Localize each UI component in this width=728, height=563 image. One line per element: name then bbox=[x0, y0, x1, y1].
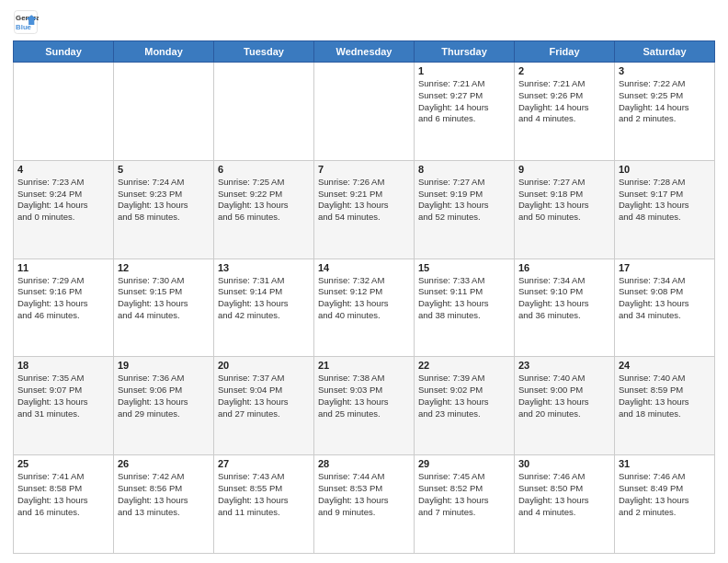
day-cell bbox=[114, 63, 214, 161]
day-cell: 11Sunrise: 7:29 AM Sunset: 9:16 PM Dayli… bbox=[14, 259, 114, 357]
day-cell: 1Sunrise: 7:21 AM Sunset: 9:27 PM Daylig… bbox=[415, 63, 515, 161]
day-cell: 6Sunrise: 7:25 AM Sunset: 9:22 PM Daylig… bbox=[214, 160, 314, 259]
day-number: 16 bbox=[518, 262, 610, 273]
day-number: 24 bbox=[619, 360, 711, 371]
day-info: Sunrise: 7:29 AM Sunset: 9:16 PM Dayligh… bbox=[17, 275, 109, 322]
day-cell: 3Sunrise: 7:22 AM Sunset: 9:25 PM Daylig… bbox=[615, 63, 715, 161]
page: General Blue SundayMondayTuesdayWednesda… bbox=[0, 0, 728, 563]
day-info: Sunrise: 7:22 AM Sunset: 9:25 PM Dayligh… bbox=[619, 78, 711, 125]
day-info: Sunrise: 7:42 AM Sunset: 8:56 PM Dayligh… bbox=[118, 471, 210, 518]
day-cell bbox=[214, 63, 314, 161]
day-info: Sunrise: 7:27 AM Sunset: 9:19 PM Dayligh… bbox=[418, 177, 510, 224]
day-cell: 30Sunrise: 7:46 AM Sunset: 8:50 PM Dayli… bbox=[515, 455, 615, 554]
logo: General Blue bbox=[13, 9, 42, 35]
week-row-2: 4Sunrise: 7:23 AM Sunset: 9:24 PM Daylig… bbox=[14, 160, 715, 259]
calendar: SundayMondayTuesdayWednesdayThursdayFrid… bbox=[13, 40, 715, 554]
day-cell: 27Sunrise: 7:43 AM Sunset: 8:55 PM Dayli… bbox=[214, 455, 314, 554]
day-info: Sunrise: 7:41 AM Sunset: 8:58 PM Dayligh… bbox=[17, 471, 109, 518]
day-cell: 2Sunrise: 7:21 AM Sunset: 9:26 PM Daylig… bbox=[515, 63, 615, 161]
day-number: 3 bbox=[619, 65, 711, 76]
day-number: 12 bbox=[118, 262, 210, 273]
weekday-header-friday: Friday bbox=[515, 41, 615, 63]
day-cell: 9Sunrise: 7:27 AM Sunset: 9:18 PM Daylig… bbox=[515, 160, 615, 259]
day-number: 15 bbox=[418, 262, 510, 273]
day-info: Sunrise: 7:39 AM Sunset: 9:02 PM Dayligh… bbox=[418, 373, 510, 419]
day-info: Sunrise: 7:38 AM Sunset: 9:03 PM Dayligh… bbox=[318, 373, 410, 419]
day-number: 11 bbox=[17, 262, 109, 273]
day-number: 8 bbox=[418, 164, 510, 175]
day-cell: 26Sunrise: 7:42 AM Sunset: 8:56 PM Dayli… bbox=[114, 455, 214, 554]
day-number: 9 bbox=[518, 164, 610, 175]
day-info: Sunrise: 7:28 AM Sunset: 9:17 PM Dayligh… bbox=[619, 177, 711, 224]
day-number: 29 bbox=[418, 458, 510, 469]
day-number: 1 bbox=[418, 65, 510, 76]
day-info: Sunrise: 7:21 AM Sunset: 9:27 PM Dayligh… bbox=[418, 78, 510, 125]
day-info: Sunrise: 7:30 AM Sunset: 9:15 PM Dayligh… bbox=[118, 275, 210, 322]
day-cell: 16Sunrise: 7:34 AM Sunset: 9:10 PM Dayli… bbox=[515, 259, 615, 357]
day-number: 5 bbox=[118, 164, 210, 175]
day-number: 10 bbox=[619, 164, 711, 175]
day-number: 22 bbox=[418, 360, 510, 371]
day-cell bbox=[14, 63, 114, 161]
weekday-header-monday: Monday bbox=[114, 41, 214, 63]
day-info: Sunrise: 7:26 AM Sunset: 9:21 PM Dayligh… bbox=[318, 177, 410, 224]
day-cell: 22Sunrise: 7:39 AM Sunset: 9:02 PM Dayli… bbox=[415, 357, 515, 455]
week-row-4: 18Sunrise: 7:35 AM Sunset: 9:07 PM Dayli… bbox=[14, 357, 715, 455]
day-cell: 4Sunrise: 7:23 AM Sunset: 9:24 PM Daylig… bbox=[14, 160, 114, 259]
day-info: Sunrise: 7:34 AM Sunset: 9:10 PM Dayligh… bbox=[518, 275, 610, 322]
day-number: 13 bbox=[218, 262, 310, 273]
day-cell: 14Sunrise: 7:32 AM Sunset: 9:12 PM Dayli… bbox=[314, 259, 415, 357]
day-number: 6 bbox=[218, 164, 310, 175]
day-cell: 7Sunrise: 7:26 AM Sunset: 9:21 PM Daylig… bbox=[314, 160, 415, 259]
day-number: 7 bbox=[318, 164, 410, 175]
day-number: 4 bbox=[17, 164, 109, 175]
day-number: 30 bbox=[518, 458, 610, 469]
weekday-header-wednesday: Wednesday bbox=[314, 41, 415, 63]
day-number: 14 bbox=[318, 262, 410, 273]
day-cell: 23Sunrise: 7:40 AM Sunset: 9:00 PM Dayli… bbox=[515, 357, 615, 455]
day-cell: 28Sunrise: 7:44 AM Sunset: 8:53 PM Dayli… bbox=[314, 455, 415, 554]
weekday-header-tuesday: Tuesday bbox=[214, 41, 314, 63]
day-cell: 17Sunrise: 7:34 AM Sunset: 9:08 PM Dayli… bbox=[615, 259, 715, 357]
day-info: Sunrise: 7:31 AM Sunset: 9:14 PM Dayligh… bbox=[218, 275, 310, 322]
day-number: 28 bbox=[318, 458, 410, 469]
day-info: Sunrise: 7:25 AM Sunset: 9:22 PM Dayligh… bbox=[218, 177, 310, 224]
day-info: Sunrise: 7:27 AM Sunset: 9:18 PM Dayligh… bbox=[518, 177, 610, 224]
day-info: Sunrise: 7:44 AM Sunset: 8:53 PM Dayligh… bbox=[318, 471, 410, 518]
day-number: 20 bbox=[218, 360, 310, 371]
weekday-header-sunday: Sunday bbox=[14, 41, 114, 63]
day-info: Sunrise: 7:33 AM Sunset: 9:11 PM Dayligh… bbox=[418, 275, 510, 322]
weekday-header-row: SundayMondayTuesdayWednesdayThursdayFrid… bbox=[14, 41, 715, 63]
day-number: 25 bbox=[17, 458, 109, 469]
day-info: Sunrise: 7:35 AM Sunset: 9:07 PM Dayligh… bbox=[17, 373, 109, 419]
day-number: 17 bbox=[619, 262, 711, 273]
day-info: Sunrise: 7:36 AM Sunset: 9:06 PM Dayligh… bbox=[118, 373, 210, 419]
day-number: 23 bbox=[518, 360, 610, 371]
day-info: Sunrise: 7:21 AM Sunset: 9:26 PM Dayligh… bbox=[518, 78, 610, 125]
day-info: Sunrise: 7:40 AM Sunset: 8:59 PM Dayligh… bbox=[619, 373, 711, 419]
day-cell: 8Sunrise: 7:27 AM Sunset: 9:19 PM Daylig… bbox=[415, 160, 515, 259]
day-info: Sunrise: 7:32 AM Sunset: 9:12 PM Dayligh… bbox=[318, 275, 410, 322]
header: General Blue bbox=[13, 9, 715, 35]
day-cell: 20Sunrise: 7:37 AM Sunset: 9:04 PM Dayli… bbox=[214, 357, 314, 455]
weekday-header-thursday: Thursday bbox=[415, 41, 515, 63]
day-info: Sunrise: 7:24 AM Sunset: 9:23 PM Dayligh… bbox=[118, 177, 210, 224]
day-cell: 19Sunrise: 7:36 AM Sunset: 9:06 PM Dayli… bbox=[114, 357, 214, 455]
day-number: 21 bbox=[318, 360, 410, 371]
week-row-1: 1Sunrise: 7:21 AM Sunset: 9:27 PM Daylig… bbox=[14, 63, 715, 161]
day-number: 19 bbox=[118, 360, 210, 371]
day-info: Sunrise: 7:37 AM Sunset: 9:04 PM Dayligh… bbox=[218, 373, 310, 419]
day-cell: 13Sunrise: 7:31 AM Sunset: 9:14 PM Dayli… bbox=[214, 259, 314, 357]
day-cell: 15Sunrise: 7:33 AM Sunset: 9:11 PM Dayli… bbox=[415, 259, 515, 357]
day-cell: 24Sunrise: 7:40 AM Sunset: 8:59 PM Dayli… bbox=[615, 357, 715, 455]
day-info: Sunrise: 7:34 AM Sunset: 9:08 PM Dayligh… bbox=[619, 275, 711, 322]
day-cell: 31Sunrise: 7:46 AM Sunset: 8:49 PM Dayli… bbox=[615, 455, 715, 554]
day-number: 31 bbox=[619, 458, 711, 469]
week-row-5: 25Sunrise: 7:41 AM Sunset: 8:58 PM Dayli… bbox=[14, 455, 715, 554]
logo-icon: General Blue bbox=[13, 9, 39, 35]
day-number: 26 bbox=[118, 458, 210, 469]
day-info: Sunrise: 7:45 AM Sunset: 8:52 PM Dayligh… bbox=[418, 471, 510, 518]
day-number: 27 bbox=[218, 458, 310, 469]
day-cell: 5Sunrise: 7:24 AM Sunset: 9:23 PM Daylig… bbox=[114, 160, 214, 259]
day-info: Sunrise: 7:40 AM Sunset: 9:00 PM Dayligh… bbox=[518, 373, 610, 419]
